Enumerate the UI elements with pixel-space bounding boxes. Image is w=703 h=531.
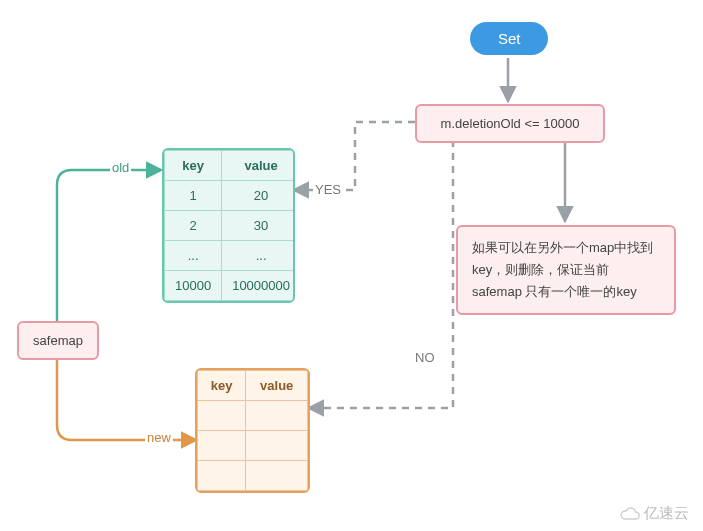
table-row: [198, 401, 308, 431]
table-row: 2 30: [165, 211, 296, 241]
table-row: 1 20: [165, 181, 296, 211]
condition-label: m.deletionOld <= 10000: [441, 116, 580, 131]
edge-yes-label: YES: [313, 182, 343, 197]
table-row: ... ...: [165, 241, 296, 271]
old-map-table: key value 1 20 2 30 ... ... 10000 100000…: [162, 148, 295, 303]
annotation-text: 如果可以在另外一个map中找到 key，则删除，保证当前 safemap 只有一…: [472, 240, 653, 299]
edge-new-label: new: [145, 430, 173, 445]
start-label: Set: [498, 30, 521, 47]
start-node: Set: [470, 22, 548, 55]
col-value: value: [222, 151, 295, 181]
table-row: [198, 431, 308, 461]
table-header-row: key value: [165, 151, 296, 181]
col-key: key: [165, 151, 222, 181]
watermark-text: 亿速云: [644, 504, 689, 523]
edge-old-label: old: [110, 160, 131, 175]
table-row: [198, 461, 308, 491]
table-row: 10000 10000000: [165, 271, 296, 301]
col-value: value: [246, 371, 308, 401]
edge-no-label: NO: [413, 350, 437, 365]
condition-node: m.deletionOld <= 10000: [415, 104, 605, 143]
col-key: key: [198, 371, 246, 401]
table-header-row: key value: [198, 371, 308, 401]
annotation-node: 如果可以在另外一个map中找到 key，则删除，保证当前 safemap 只有一…: [456, 225, 676, 315]
new-map-table: key value: [195, 368, 310, 493]
cloud-icon: [619, 506, 641, 522]
watermark: 亿速云: [619, 504, 689, 523]
safemap-label: safemap: [33, 333, 83, 348]
safemap-node: safemap: [17, 321, 99, 360]
